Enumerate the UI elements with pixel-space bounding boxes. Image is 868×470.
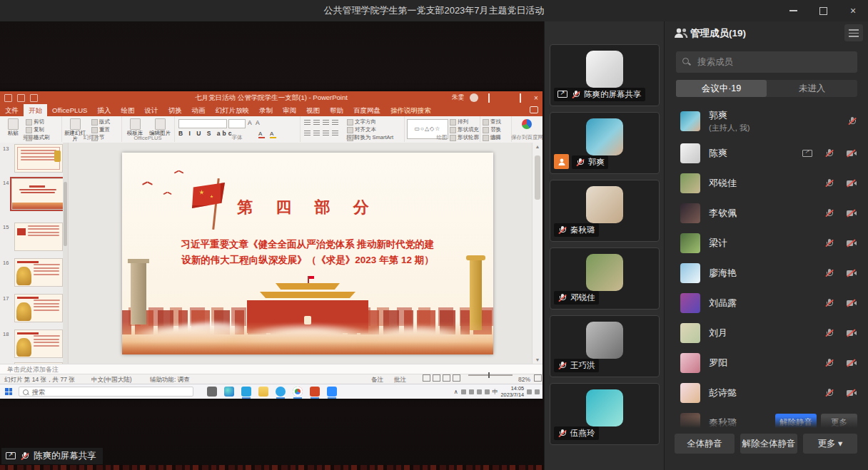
slide-scrollbar[interactable]: ▲ ▼ (532, 143, 542, 364)
notes-toggle[interactable]: 备注 (371, 374, 383, 384)
tab-insert[interactable]: 插入 (92, 104, 116, 116)
chrome-icon[interactable] (293, 387, 303, 397)
replace-button[interactable]: 替换 (483, 126, 501, 133)
taskbar-clock[interactable]: 14:052023/7/14 (501, 385, 524, 398)
tab-draw[interactable]: 绘图 (116, 104, 139, 116)
tab-design[interactable]: 设计 (139, 104, 163, 116)
comments-icon[interactable] (530, 106, 538, 113)
camera-off-icon[interactable] (846, 329, 857, 338)
mic-off-icon[interactable] (824, 238, 834, 248)
camera-off-icon[interactable] (846, 179, 857, 188)
arrange-button[interactable]: 排列 (450, 118, 479, 126)
search-input[interactable] (696, 56, 852, 68)
tell-me-search[interactable]: 操作说明搜索 (385, 104, 436, 116)
tab-file[interactable]: 文件 (0, 104, 24, 116)
tab-officeplus[interactable]: OfficePLUS (47, 104, 92, 116)
system-tray[interactable]: ∧ 中 14:052023/7/14 (454, 384, 540, 399)
cut-button[interactable]: 剪切 (26, 118, 50, 126)
ppt-close-button[interactable]: × (531, 94, 541, 102)
mic-off-icon[interactable] (824, 268, 834, 278)
member-row[interactable]: 刘月 (665, 318, 868, 348)
slide-thumbnail-panel[interactable]: 13 14 15 16 (0, 143, 69, 364)
member-row[interactable]: 罗阳 (665, 348, 868, 378)
tab-home[interactable]: 开始 (24, 104, 47, 116)
mic-off-icon[interactable] (824, 358, 834, 368)
member-row[interactable]: 李钦佩 (665, 198, 868, 228)
reading-view-icon[interactable] (443, 374, 450, 382)
ribbon-display-icon[interactable] (484, 94, 494, 102)
camera-off-icon[interactable] (846, 149, 857, 158)
reset-button[interactable]: 重置 (91, 126, 110, 133)
meeting-app-icon[interactable] (327, 387, 337, 397)
camera-off-icon[interactable] (846, 269, 857, 278)
unmute-all-button[interactable]: 解除全体静音 (740, 434, 797, 454)
camera-off-icon[interactable] (846, 359, 857, 368)
mute-all-button[interactable]: 全体静音 (675, 434, 735, 454)
tab-baidu-netdisk[interactable]: 百度网盘 (348, 104, 385, 116)
find-button[interactable]: 查找 (483, 118, 501, 126)
mail-icon[interactable] (241, 387, 251, 397)
member-row[interactable]: 刘晶露 (665, 288, 868, 318)
comments-toggle[interactable]: 批注 (394, 374, 406, 384)
normal-view-icon[interactable] (423, 374, 430, 382)
member-row[interactable]: 梁计 (665, 228, 868, 258)
align-text-button[interactable]: 对齐文本 (347, 126, 393, 133)
camera-off-icon[interactable] (846, 239, 857, 248)
new-slide-icon[interactable] (70, 118, 81, 130)
video-tile[interactable]: 秦秋璐 (550, 180, 660, 242)
font-name-box[interactable] (178, 119, 227, 128)
paste-icon[interactable] (8, 118, 19, 130)
maximize-button[interactable] (808, 0, 838, 21)
grow-shrink-font[interactable]: A A (248, 119, 261, 126)
powerpoint-icon[interactable] (310, 387, 320, 397)
camera-off-icon[interactable] (846, 209, 857, 218)
mic-off-icon[interactable] (824, 178, 834, 188)
numbering-icon[interactable] (313, 120, 320, 126)
video-tile[interactable]: 伍燕玲 (550, 383, 660, 445)
thumbnail-scrollbar[interactable] (63, 143, 68, 364)
ppt-restore-button[interactable] (515, 94, 525, 102)
tab-review[interactable]: 审阅 (278, 104, 301, 116)
tab-help[interactable]: 帮助 (325, 104, 348, 116)
slide-sorter-icon[interactable] (433, 374, 440, 382)
language-status[interactable]: 中文(中国大陆) (91, 374, 132, 384)
minimize-button[interactable] (778, 0, 808, 21)
video-tile[interactable]: 邓锐佳 (550, 247, 660, 310)
member-row[interactable]: 廖海艳 (665, 258, 868, 288)
slideshow-icon[interactable] (453, 374, 460, 382)
member-row[interactable]: 彭诗懿 (665, 378, 868, 408)
member-search[interactable] (676, 51, 857, 73)
mic-off-icon[interactable] (824, 298, 834, 308)
zoom-slider[interactable] (468, 374, 513, 376)
qq-icon[interactable] (276, 387, 286, 397)
layout-button[interactable]: 版式 (91, 118, 110, 126)
close-button[interactable]: × (838, 0, 868, 21)
member-row[interactable]: 郭爽(主持人, 我) (665, 104, 868, 138)
template-gallery-icon[interactable] (130, 118, 141, 130)
task-view-icon[interactable] (207, 387, 217, 397)
camera-off-icon[interactable] (846, 299, 857, 308)
bullets-icon[interactable] (304, 120, 311, 126)
camera-off-icon[interactable] (846, 389, 857, 398)
mic-off-icon[interactable] (824, 388, 834, 398)
video-tile[interactable]: 王巧洪 (550, 315, 660, 377)
video-tile[interactable]: 郭爽 (550, 112, 660, 174)
member-row[interactable]: 邓锐佳 (665, 168, 868, 198)
tab-animations[interactable]: 动画 (186, 104, 210, 116)
font-size-box[interactable] (228, 119, 246, 128)
start-button[interactable] (5, 388, 12, 395)
video-tile-screen-share[interactable]: 陈爽的屏幕共享 (550, 44, 660, 106)
tab-in-meeting[interactable]: 会议中·19 (676, 80, 767, 97)
panel-menu-button[interactable] (844, 24, 863, 41)
zoom-level[interactable]: 82% (518, 374, 530, 384)
tab-view[interactable]: 视图 (301, 104, 325, 116)
copy-button[interactable]: 复制 (26, 126, 50, 133)
mic-off-icon[interactable] (847, 116, 857, 126)
tab-not-joined[interactable]: 未进入 (767, 80, 857, 97)
line-spacing-icon[interactable] (332, 120, 338, 126)
file-explorer-icon[interactable] (258, 387, 268, 397)
taskbar-search[interactable]: 搜索 (19, 387, 193, 397)
text-direction-button[interactable]: 文字方向 (347, 118, 393, 126)
accessibility-status[interactable]: 辅助功能: 调查 (150, 374, 190, 384)
edit-picture-icon[interactable] (155, 118, 166, 130)
